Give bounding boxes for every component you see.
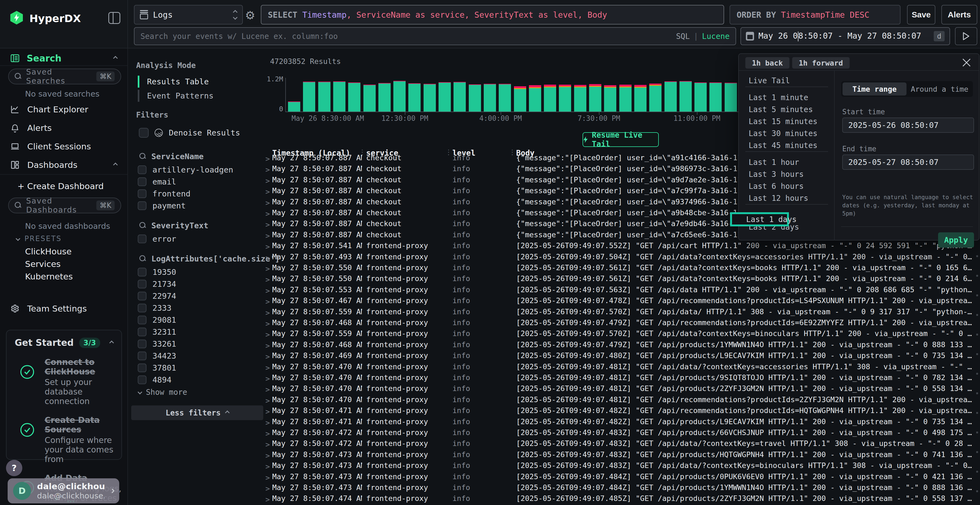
alerts-button[interactable]: Alerts <box>941 5 977 24</box>
row-expand-chevron[interactable]: > <box>266 462 270 471</box>
table-row[interactable]: >May 27 8:50:07.471 AMfrontend-proxyinfo… <box>263 406 980 417</box>
row-expand-chevron[interactable]: > <box>266 264 270 273</box>
row-expand-chevron[interactable]: > <box>266 243 270 251</box>
filter-checkbox[interactable] <box>138 375 146 384</box>
time-option-last-6-hours[interactable]: Last 6 hours <box>749 180 803 192</box>
row-expand-chevron[interactable]: > <box>266 254 270 262</box>
filter-checkbox[interactable] <box>138 351 146 360</box>
row-expand-chevron[interactable]: > <box>266 232 270 240</box>
less-filters-button[interactable]: Less filters <box>131 405 263 420</box>
date-range-input[interactable]: May 26 08:50:07 - May 27 08:50:07 d <box>740 27 950 45</box>
apply-button[interactable]: Apply <box>938 232 974 248</box>
get-started-item[interactable]: Connect to ClickHouseSet up your databas… <box>15 357 113 406</box>
row-expand-chevron[interactable]: > <box>266 495 270 503</box>
row-expand-chevron[interactable]: > <box>266 210 270 218</box>
table-row[interactable]: >May 27 8:50:07.470 AMfrontend-proxyinfo… <box>263 362 980 373</box>
table-row[interactable]: >May 27 8:50:07.559 AMfrontend-proxyinfo… <box>263 308 980 318</box>
tab-time-range[interactable]: Time range <box>843 83 907 95</box>
time-option-live-tail[interactable]: Live Tail <box>749 75 790 87</box>
filter-checkbox[interactable] <box>138 327 146 336</box>
filter-option[interactable]: email <box>138 176 258 188</box>
source-select[interactable]: Logs <box>134 5 243 24</box>
saved-searches-input[interactable]: Saved Searches ⌘K <box>8 68 121 84</box>
table-row[interactable]: >May 27 8:50:07.470 AMfrontend-proxyinfo… <box>263 395 980 406</box>
order-by-input[interactable]: ORDER BY TimestampTime DESC <box>730 5 900 24</box>
close-icon[interactable] <box>962 58 971 67</box>
filter-option[interactable]: 29081 <box>138 314 258 326</box>
row-expand-chevron[interactable]: > <box>266 297 270 306</box>
table-row[interactable]: >May 27 8:50:07.550 AMfrontend-proxyinfo… <box>263 274 980 285</box>
filter-option[interactable]: 19350 <box>138 266 258 278</box>
row-expand-chevron[interactable]: > <box>266 275 270 284</box>
show-more-button[interactable]: Show more <box>138 386 258 399</box>
time-option-last-15-minutes[interactable]: Last 15 minutes <box>749 115 818 127</box>
sidebar-item-team-settings[interactable]: Team Settings <box>0 301 127 316</box>
row-expand-chevron[interactable]: > <box>266 385 270 394</box>
filter-option[interactable]: 21734 <box>138 278 258 290</box>
get-started-item[interactable]: Create Data SourcesConfigure where your … <box>15 415 113 464</box>
row-expand-chevron[interactable]: > <box>266 429 270 438</box>
filter-option[interactable]: 37801 <box>138 362 258 374</box>
chevron-up-icon[interactable] <box>110 340 114 345</box>
time-option-last-1-minute[interactable]: Last 1 minute <box>749 91 808 103</box>
time-option-last-3-hours[interactable]: Last 3 hours <box>749 168 803 180</box>
row-expand-chevron[interactable]: > <box>266 473 270 482</box>
shift-forward-button[interactable]: 1h forward <box>792 57 850 68</box>
filter-checkbox[interactable] <box>138 292 146 300</box>
table-row[interactable]: >May 27 8:50:07.553 AMfrontend-proxyinfo… <box>263 286 980 296</box>
row-expand-chevron[interactable]: > <box>266 165 270 174</box>
language-toggle-lucene[interactable]: Lucene <box>702 32 730 41</box>
create-dashboard-button[interactable]: + Create Dashboard <box>0 178 127 194</box>
row-expand-chevron[interactable]: > <box>266 397 270 405</box>
filter-checkbox[interactable] <box>138 340 146 348</box>
row-expand-chevron[interactable]: > <box>266 221 270 229</box>
row-expand-chevron[interactable]: > <box>266 286 270 295</box>
row-expand-chevron[interactable]: > <box>266 176 270 185</box>
select-clause-input[interactable]: SELECT Timestamp, ServiceName as service… <box>261 5 724 24</box>
table-row[interactable]: >May 27 8:50:07.474 AMfrontend-proxyinfo… <box>263 494 980 505</box>
event-search-input[interactable]: Search your events w/ Lucene ex. column:… <box>134 27 736 45</box>
sidebar-item-client-sessions[interactable]: Client Sessions <box>0 139 127 154</box>
filter-option[interactable]: 2333 <box>138 302 258 314</box>
table-row[interactable]: >May 27 8:50:07.470 AMfrontend-proxyinfo… <box>263 384 980 395</box>
source-settings-gear-icon[interactable]: ⚙ <box>245 9 255 22</box>
filter-checkbox[interactable] <box>138 235 146 243</box>
filter-option[interactable]: 4894 <box>138 374 258 386</box>
time-option-last-45-minutes[interactable]: Last 45 minutes <box>749 139 818 151</box>
run-query-button[interactable] <box>955 27 977 45</box>
row-expand-chevron[interactable]: > <box>266 187 270 196</box>
table-row[interactable]: >May 27 8:50:07.468 AMfrontend-proxyinfo… <box>263 318 980 329</box>
sidebar-item-chart-explorer[interactable]: Chart Explorer <box>0 102 127 117</box>
row-expand-chevron[interactable]: > <box>266 451 270 460</box>
sidebar-collapse-icon[interactable] <box>108 12 120 24</box>
row-expand-chevron[interactable]: > <box>266 407 270 416</box>
filter-checkbox[interactable] <box>138 316 146 324</box>
row-expand-chevron[interactable]: > <box>266 440 270 449</box>
end-time-input[interactable]: 2025-05-27 08:50:07 <box>842 154 974 170</box>
filter-option[interactable]: payment <box>138 200 258 212</box>
search-icon[interactable] <box>139 153 146 160</box>
shift-back-button[interactable]: 1h back <box>745 57 789 68</box>
filter-option[interactable]: 33261 <box>138 338 258 350</box>
resume-live-tail-button[interactable]: Resume Live Tail <box>582 132 659 147</box>
row-expand-chevron[interactable]: > <box>266 308 270 317</box>
table-row[interactable]: >May 27 8:50:07.470 AMfrontend-proxyinfo… <box>263 373 980 384</box>
save-button[interactable]: Save <box>907 5 935 24</box>
sidebar-item-alerts[interactable]: Alerts <box>0 120 127 135</box>
denoise-checkbox[interactable] <box>139 128 149 138</box>
table-row[interactable]: >May 27 8:50:07.541 AMfrontend-proxyinfo… <box>263 241 980 252</box>
time-option-last-12-hours[interactable]: Last 12 hours <box>749 192 808 204</box>
row-expand-chevron[interactable]: > <box>266 199 270 207</box>
filter-option[interactable]: 22974 <box>138 290 258 302</box>
user-menu[interactable]: D dale@clickhouse.com dale@clickhouse.co… <box>8 478 119 503</box>
row-expand-chevron[interactable]: > <box>266 364 270 372</box>
filter-option[interactable]: 32311 <box>138 326 258 338</box>
presets-section-toggle[interactable]: PRESETS <box>16 235 62 243</box>
table-row[interactable]: >May 27 8:50:07.493 AMfrontend-proxyinfo… <box>263 252 980 264</box>
sidebar-item-preset-services[interactable]: Services <box>25 259 61 269</box>
row-expand-chevron[interactable]: > <box>266 154 270 163</box>
saved-dashboards-input[interactable]: Saved Dashboards ⌘K <box>8 197 121 213</box>
search-icon[interactable] <box>139 255 146 262</box>
table-row[interactable]: >May 27 8:50:07.550 AMfrontend-proxyinfo… <box>263 264 980 274</box>
sidebar-item-search[interactable]: Search <box>0 51 127 66</box>
